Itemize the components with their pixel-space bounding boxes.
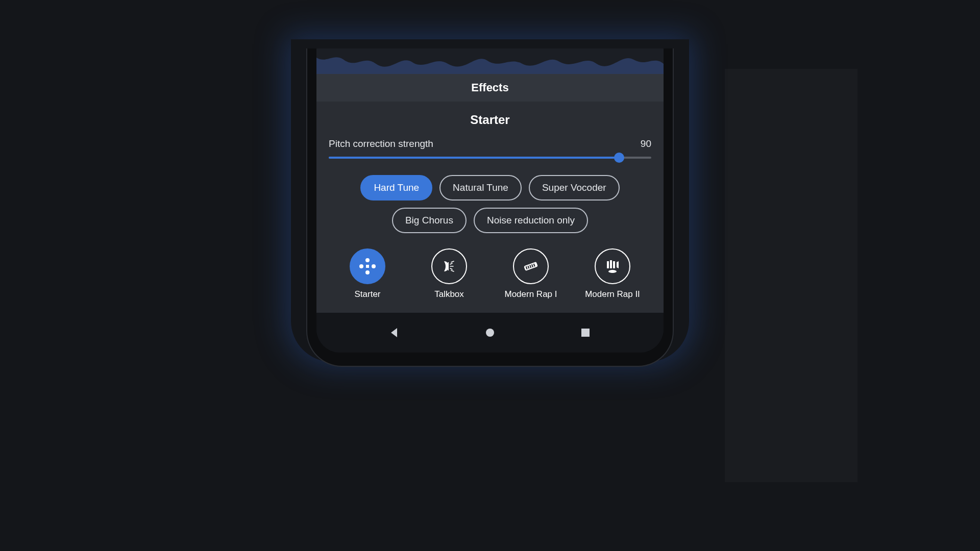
nav-home-button[interactable] <box>482 325 498 340</box>
svg-point-15 <box>486 329 494 337</box>
preset-modern-rap-1[interactable]: Modern Rap I <box>492 248 570 299</box>
svg-rect-12 <box>610 260 612 268</box>
phone-screen: Effects Starter Pitch correction strengt… <box>316 48 664 353</box>
svg-rect-11 <box>607 261 609 268</box>
nav-back-button[interactable] <box>387 325 402 340</box>
chip-natural-tune[interactable]: Natural Tune <box>439 175 522 201</box>
nav-recents-button[interactable] <box>578 325 593 340</box>
chip-hard-tune[interactable]: Hard Tune <box>360 175 432 201</box>
preset-selector: Starter Talkbox <box>329 248 651 299</box>
preset-label: Talkbox <box>434 289 464 299</box>
preset-label: Starter <box>354 289 380 299</box>
svg-point-2 <box>365 270 370 274</box>
phone-frame: Effects Starter Pitch correction strengt… <box>306 48 674 367</box>
chip-big-chorus[interactable]: Big Chorus <box>392 208 467 233</box>
preset-label: Modern Rap II <box>585 289 640 299</box>
svg-point-4 <box>372 264 376 268</box>
preset-label: Modern Rap I <box>505 289 557 299</box>
svg-rect-16 <box>581 329 590 337</box>
waveform-visualizer <box>316 48 664 74</box>
svg-point-14 <box>608 270 617 273</box>
svg-rect-13 <box>613 261 615 268</box>
bars-icon <box>595 248 630 284</box>
slider-label: Pitch correction strength <box>329 138 433 149</box>
svg-point-1 <box>365 258 370 262</box>
slider-fill <box>329 157 619 159</box>
preset-starter[interactable]: Starter <box>329 248 406 299</box>
panel-title: Effects <box>471 81 508 94</box>
effect-chips: Hard Tune Natural Tune Super Vocoder Big… <box>329 175 651 233</box>
preset-talkbox[interactable]: Talkbox <box>410 248 488 299</box>
android-navbar <box>316 313 664 353</box>
active-preset-title: Starter <box>329 113 651 127</box>
effects-panel: Effects Starter Pitch correction strengt… <box>316 74 664 313</box>
slider-value: 90 <box>641 138 651 149</box>
svg-rect-0 <box>366 265 369 268</box>
dpad-icon <box>350 248 385 284</box>
preset-modern-rap-2[interactable]: Modern Rap II <box>574 248 651 299</box>
slider-thumb[interactable] <box>614 153 624 163</box>
talkbox-icon <box>431 248 467 284</box>
keytar-icon <box>513 248 549 284</box>
chip-super-vocoder[interactable]: Super Vocoder <box>529 175 620 201</box>
panel-header: Effects <box>316 74 664 102</box>
svg-point-3 <box>359 264 363 268</box>
app-screenshot: Effects Starter Pitch correction strengt… <box>122 69 857 482</box>
chip-noise-reduction[interactable]: Noise reduction only <box>474 208 588 233</box>
pitch-strength-slider[interactable] <box>329 157 651 159</box>
